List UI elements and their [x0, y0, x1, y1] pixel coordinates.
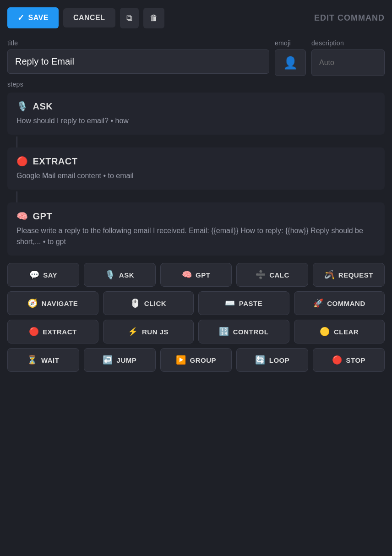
control-icon: 🔢 — [219, 327, 229, 337]
say-button[interactable]: 💬 SAY — [7, 263, 79, 287]
step-gpt-title: 🧠 GPT — [16, 211, 376, 222]
step-extract-title: 🔴 EXTRACT — [16, 156, 376, 167]
delete-button[interactable]: 🗑 — [143, 8, 164, 28]
runjs-icon: ⚡ — [128, 327, 138, 337]
wait-button[interactable]: ⏳ WAIT — [7, 348, 79, 372]
ask-icon: 🎙️ — [105, 270, 115, 280]
group-icon: ▶️ — [176, 355, 186, 365]
delete-icon: 🗑 — [150, 13, 158, 23]
extract-icon: 🔴 — [16, 156, 28, 167]
loop-button[interactable]: 🔄 LOOP — [236, 348, 308, 372]
group-button[interactable]: ▶️ GROUP — [160, 348, 232, 372]
copy-icon: ⧉ — [126, 13, 132, 23]
gpt-button[interactable]: 🧠 GPT — [160, 263, 232, 287]
calc-icon: ➗ — [256, 270, 266, 280]
say-icon: 💬 — [29, 270, 40, 280]
ask-icon: 🎙️ — [16, 101, 28, 112]
connector-2 — [16, 191, 17, 202]
actions-row-1: 💬 SAY 🎙️ ASK 🧠 GPT ➗ CALC 🪃 REQUEST — [7, 263, 385, 287]
title-group: title — [7, 39, 269, 74]
title-label: title — [7, 39, 269, 47]
runjs-button[interactable]: ⚡ RUN JS — [103, 320, 194, 343]
command-button[interactable]: 🚀 COMMAND — [294, 291, 385, 315]
loop-icon: 🔄 — [255, 355, 266, 365]
step-ask[interactable]: 🎙️ ASK How should I reply to email? • ho… — [7, 93, 385, 135]
jump-icon: ↩️ — [103, 355, 113, 365]
connector-1 — [16, 136, 17, 147]
title-input[interactable] — [7, 49, 269, 74]
step-ask-desc: How should I reply to email? • how — [16, 115, 376, 126]
edit-command-label: EDIT COMMAND — [314, 13, 385, 23]
check-icon: ✓ — [17, 13, 25, 23]
wait-icon: ⏳ — [27, 355, 38, 365]
step-extract-desc: Google Mail email content • to email — [16, 170, 376, 181]
actions-grid: 💬 SAY 🎙️ ASK 🧠 GPT ➗ CALC 🪃 REQUEST 🧭 NA… — [7, 263, 385, 372]
paste-icon: ⌨️ — [225, 298, 235, 308]
actions-row-3: 🔴 EXTRACT ⚡ RUN JS 🔢 CONTROL 🟡 CLEAR — [7, 320, 385, 343]
cancel-label: CANCEL — [73, 14, 105, 22]
gpt-btn-icon: 🧠 — [182, 270, 192, 280]
cancel-button[interactable]: CANCEL — [63, 8, 115, 27]
actions-row-4: ⏳ WAIT ↩️ JUMP ▶️ GROUP 🔄 LOOP 🔴 STOP — [7, 348, 385, 372]
form-row: title emoji 👤 description — [7, 39, 385, 76]
request-icon: 🪃 — [324, 270, 335, 280]
clear-button[interactable]: 🟡 CLEAR — [294, 320, 385, 343]
gpt-icon: 🧠 — [16, 211, 28, 222]
step-extract[interactable]: 🔴 EXTRACT Google Mail email content • to… — [7, 147, 385, 190]
save-label: SAVE — [28, 14, 49, 22]
extract-btn-icon: 🔴 — [29, 327, 39, 337]
steps-label: steps — [7, 81, 385, 88]
step-gpt[interactable]: 🧠 GPT Please write a reply to the follow… — [7, 202, 385, 256]
emoji-button[interactable]: 👤 — [275, 49, 306, 76]
ask-button[interactable]: 🎙️ ASK — [84, 263, 156, 287]
paste-button[interactable]: ⌨️ PASTE — [198, 291, 289, 315]
click-button[interactable]: 🖱️ CLICK — [103, 291, 194, 315]
stop-button[interactable]: 🔴 STOP — [313, 348, 385, 372]
navigate-button[interactable]: 🧭 NAVIGATE — [7, 291, 98, 315]
description-input[interactable] — [311, 49, 385, 76]
step-gpt-desc: Please write a reply to the following em… — [16, 225, 376, 247]
emoji-group: emoji 👤 — [275, 39, 306, 76]
copy-button[interactable]: ⧉ — [120, 8, 139, 28]
save-button[interactable]: ✓ SAVE — [7, 7, 59, 28]
description-label: description — [311, 39, 385, 47]
clear-icon: 🟡 — [320, 327, 330, 337]
emoji-icon: 👤 — [283, 56, 298, 70]
click-icon: 🖱️ — [130, 298, 141, 308]
calc-button[interactable]: ➗ CALC — [236, 263, 308, 287]
description-group: description — [311, 39, 385, 76]
actions-row-2: 🧭 NAVIGATE 🖱️ CLICK ⌨️ PASTE 🚀 COMMAND — [7, 291, 385, 315]
step-ask-title: 🎙️ ASK — [16, 101, 376, 112]
request-button[interactable]: 🪃 REQUEST — [313, 263, 385, 287]
extract-button[interactable]: 🔴 EXTRACT — [7, 320, 98, 343]
command-icon: 🚀 — [313, 298, 324, 308]
control-button[interactable]: 🔢 CONTROL — [198, 320, 289, 343]
jump-button[interactable]: ↩️ JUMP — [84, 348, 156, 372]
stop-icon: 🔴 — [332, 355, 343, 365]
toolbar: ✓ SAVE CANCEL ⧉ 🗑 EDIT COMMAND — [7, 7, 385, 28]
emoji-label: emoji — [275, 39, 306, 47]
navigate-icon: 🧭 — [27, 298, 38, 308]
